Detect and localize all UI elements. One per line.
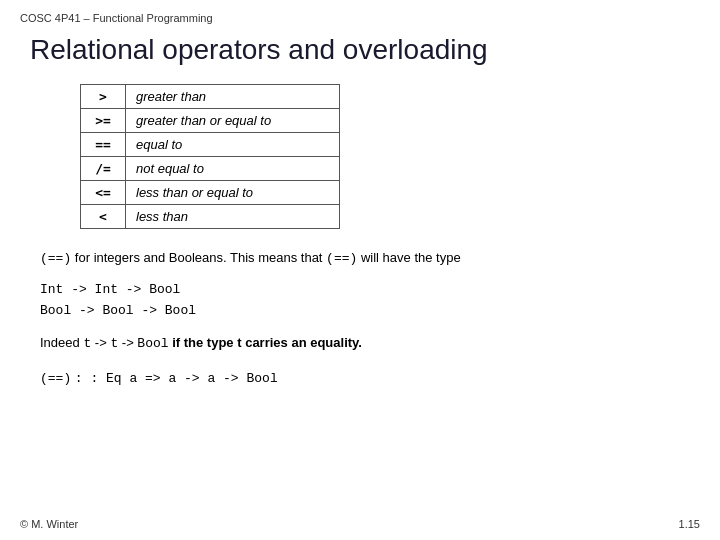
type-line-1: Int -> Int -> Bool xyxy=(40,280,700,301)
table-row: /=not equal to xyxy=(81,157,340,181)
indeed-code: t xyxy=(83,336,91,351)
equals-op-2: (==) xyxy=(326,251,357,266)
description-cell: not equal to xyxy=(126,157,340,181)
indeed-pre: Indeed xyxy=(40,335,80,350)
table-row: >greater than xyxy=(81,85,340,109)
type-lines: Int -> Int -> Bool Bool -> Bool -> Bool xyxy=(40,280,700,322)
table-row: ==equal to xyxy=(81,133,340,157)
copyright: © M. Winter xyxy=(20,518,78,530)
footer: © M. Winter 1.15 xyxy=(20,518,700,530)
content-body: (==) for integers and Booleans. This mea… xyxy=(40,247,700,390)
indeed-line: Indeed t -> t -> Bool if the type t carr… xyxy=(40,332,700,355)
indeed-bold: if the type t carries an equality. xyxy=(172,335,362,350)
operators-table-container: >greater than>=greater than or equal to=… xyxy=(80,84,700,229)
header-title: COSC 4P41 – Functional Programming xyxy=(20,12,700,24)
operator-cell: == xyxy=(81,133,126,157)
paragraph1: (==) for integers and Booleans. This mea… xyxy=(40,247,700,270)
page-container: COSC 4P41 – Functional Programming Relat… xyxy=(0,0,720,540)
description-cell: less than or equal to xyxy=(126,181,340,205)
operator-cell: < xyxy=(81,205,126,229)
page-number: 1.15 xyxy=(679,518,700,530)
table-row: <=less than or equal to xyxy=(81,181,340,205)
description-cell: equal to xyxy=(126,133,340,157)
example-label: (==) xyxy=(40,371,71,386)
equals-op-1: (==) xyxy=(40,251,71,266)
paragraph1-post: will have the type xyxy=(361,250,461,265)
description-cell: greater than xyxy=(126,85,340,109)
description-cell: less than xyxy=(126,205,340,229)
arrow-text: -> xyxy=(95,335,111,350)
table-row: >=greater than or equal to xyxy=(81,109,340,133)
description-cell: greater than or equal to xyxy=(126,109,340,133)
example-line: (==) : : Eq a => a -> a -> Bool xyxy=(40,367,700,390)
operator-cell: /= xyxy=(81,157,126,181)
paragraph1-mid: for integers and Booleans. This means th… xyxy=(75,250,323,265)
slide-title: Relational operators and overloading xyxy=(30,34,700,66)
operator-cell: >= xyxy=(81,109,126,133)
operator-cell: <= xyxy=(81,181,126,205)
table-row: <less than xyxy=(81,205,340,229)
type-line-2: Bool -> Bool -> Bool xyxy=(40,301,700,322)
bool-code: Bool xyxy=(137,336,168,351)
arrow-text2: -> xyxy=(122,335,138,350)
operators-table: >greater than>=greater than or equal to=… xyxy=(80,84,340,229)
t-code: t xyxy=(110,336,118,351)
example-code: : : Eq a => a -> a -> Bool xyxy=(75,371,278,386)
operator-cell: > xyxy=(81,85,126,109)
